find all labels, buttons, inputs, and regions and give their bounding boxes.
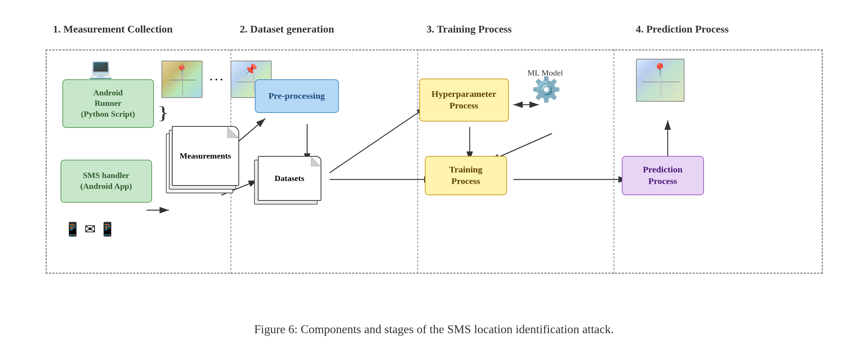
training-process-node: TrainingProcess	[425, 156, 507, 195]
svg-marker-21	[311, 157, 321, 166]
brace-icon: }	[157, 102, 170, 123]
map-icon-section4: 📍	[636, 59, 685, 102]
diagram: 1. Measurement Collection 2. Dataset gen…	[23, 23, 845, 315]
section-3-header: 3. Training Process	[427, 23, 512, 35]
preprocessing-node: Pre-processing	[255, 79, 339, 113]
divider-2	[417, 49, 418, 274]
sms-handler-node: SMS handler(Android App)	[61, 160, 152, 203]
phone-icons: 📱 ✉ 📱	[64, 221, 116, 237]
gear-icon: ⚙️	[531, 76, 561, 104]
divider-3	[614, 49, 614, 274]
hyperparameter-node: HyperparameterProcess	[419, 79, 509, 122]
datasets-doc: Datasets	[258, 156, 321, 201]
prediction-process-node: PredictionProcess	[622, 156, 704, 195]
section-1-header: 1. Measurement Collection	[53, 23, 173, 35]
figure-caption: Figure 6: Components and stages of the S…	[254, 322, 614, 336]
laptop-icon: 💻	[89, 57, 113, 80]
android-runner-node: AndroidRunner(Python Script)	[62, 79, 154, 128]
measurements-doc: Measurements	[172, 126, 239, 186]
svg-marker-20	[227, 127, 238, 138]
section-2-header: 2. Dataset generation	[240, 23, 334, 35]
section-4-header: 4. Prediction Process	[636, 23, 729, 35]
